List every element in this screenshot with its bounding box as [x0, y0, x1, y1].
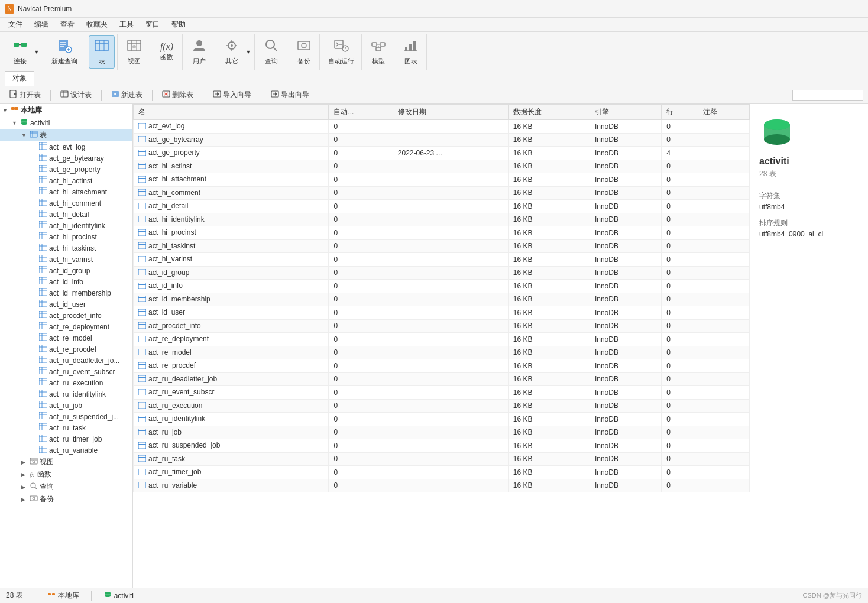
table-row[interactable]: act_evt_log 0 16 KB InnoDB 0	[134, 120, 750, 134]
import-button[interactable]: 导入向导	[208, 89, 256, 101]
autorun-button[interactable]: 自动运行	[323, 35, 359, 69]
tree-node-tables[interactable]: ▼ 表	[0, 129, 132, 141]
open-table-button[interactable]: 打开表	[5, 89, 46, 101]
connect-button[interactable]: 连接	[7, 35, 33, 69]
tree-node-act_id_membership[interactable]: act_id_membership	[0, 287, 132, 299]
tree-node-activiti[interactable]: ▼ activiti	[0, 116, 132, 129]
tree-node-act_ge_bytearray[interactable]: act_ge_bytearray	[0, 153, 132, 164]
tree-node-act_evt_log[interactable]: act_evt_log	[0, 141, 132, 153]
tree-node-act_id_group[interactable]: act_id_group	[0, 265, 132, 276]
chart-button[interactable]: 图表	[398, 35, 424, 69]
table-row[interactable]: act_hi_actinst 0 16 KB InnoDB 0	[134, 160, 750, 173]
tree-toggle-views[interactable]: ▶	[21, 459, 30, 465]
table-row[interactable]: act_re_model 0 16 KB InnoDB 0	[134, 346, 750, 359]
table-row[interactable]: act_id_membership 0 16 KB InnoDB 0	[134, 293, 750, 306]
tree-node-act_ru_event_subscr[interactable]: act_ru_event_subscr	[0, 366, 132, 377]
menu-tools[interactable]: 工具	[114, 18, 140, 31]
other-button[interactable]: 其它	[219, 35, 245, 69]
table-button[interactable]: 表	[89, 35, 115, 69]
col-rows[interactable]: 行	[662, 105, 698, 120]
menu-file[interactable]: 文件	[2, 18, 28, 31]
table-row[interactable]: act_ru_timer_job 0 16 KB InnoDB 0	[134, 466, 750, 479]
tree-node-act_ru_execution[interactable]: act_ru_execution	[0, 377, 132, 388]
tree-toggle-queries[interactable]: ▶	[21, 484, 30, 490]
view-button[interactable]: 视图	[121, 35, 147, 69]
tree-toggle-backup[interactable]: ▶	[21, 497, 30, 502]
new-query-button[interactable]: 新建查询	[47, 35, 82, 69]
menu-help[interactable]: 帮助	[166, 18, 192, 31]
menu-window[interactable]: 窗口	[140, 18, 166, 31]
table-row[interactable]: act_id_info 0 16 KB InnoDB 0	[134, 280, 750, 293]
tree-node-act_id_info[interactable]: act_id_info	[0, 276, 132, 287]
export-button[interactable]: 导出向导	[266, 89, 314, 101]
model-button[interactable]: 模型	[365, 35, 391, 69]
new-table-button[interactable]: 新建表	[106, 89, 147, 101]
tree-toggle-activiti[interactable]: ▼	[12, 120, 20, 126]
tree-toggle-functions[interactable]: ▶	[21, 472, 30, 478]
tree-node-functions[interactable]: ▶ fx 函数	[0, 468, 132, 481]
tree-node-act_hi_varinst[interactable]: act_hi_varinst	[0, 254, 132, 265]
table-row[interactable]: act_re_deployment 0 16 KB InnoDB 0	[134, 333, 750, 346]
tree-node-act_id_user[interactable]: act_id_user	[0, 299, 132, 310]
tree-node-act_hi_comment[interactable]: act_hi_comment	[0, 197, 132, 209]
tree-node-act_ru_suspended_job[interactable]: act_ru_suspended_j...	[0, 411, 132, 422]
table-row[interactable]: act_ru_event_subscr 0 16 KB InnoDB 0	[134, 386, 750, 400]
design-table-button[interactable]: 设计表	[56, 89, 96, 101]
other-arrow[interactable]: ▼	[245, 35, 252, 69]
delete-table-button[interactable]: 删除表	[157, 89, 198, 101]
table-row[interactable]: act_re_procdef 0 16 KB InnoDB 0	[134, 359, 750, 373]
function-button[interactable]: f(x) 函数	[154, 35, 180, 69]
table-row[interactable]: act_ru_deadletter_job 0 16 KB InnoDB 0	[134, 372, 750, 386]
tree-node-localhost[interactable]: ▼ 本地库	[0, 104, 132, 116]
tree-node-backup[interactable]: ▶ 备份	[0, 493, 132, 505]
col-auto[interactable]: 自动...	[329, 105, 393, 120]
table-row[interactable]: act_ru_task 0 16 KB InnoDB 0	[134, 452, 750, 466]
table-row[interactable]: act_ge_bytearray 0 16 KB InnoDB 0	[134, 133, 750, 147]
backup-button[interactable]: 备份	[291, 35, 317, 69]
table-row[interactable]: act_ru_execution 0 16 KB InnoDB 0	[134, 399, 750, 413]
table-row[interactable]: act_procdef_info 0 16 KB InnoDB 0	[134, 319, 750, 333]
table-row[interactable]: act_hi_comment 0 16 KB InnoDB 0	[134, 186, 750, 200]
table-row[interactable]: act_hi_detail 0 16 KB InnoDB 0	[134, 200, 750, 213]
table-row[interactable]: act_ru_variable 0 16 KB InnoDB 0	[134, 479, 750, 492]
tree-node-act_ge_property[interactable]: act_ge_property	[0, 164, 132, 175]
tree-node-act_hi_identitylink[interactable]: act_hi_identitylink	[0, 220, 132, 231]
connect-arrow[interactable]: ▼	[33, 35, 40, 69]
user-button[interactable]: 用户	[186, 35, 212, 69]
tree-node-act_hi_attachment[interactable]: act_hi_attachment	[0, 186, 132, 197]
tree-node-act_ru_task[interactable]: act_ru_task	[0, 422, 132, 433]
tree-node-act_hi_detail[interactable]: act_hi_detail	[0, 209, 132, 220]
tree-node-act_re_model[interactable]: act_re_model	[0, 332, 132, 343]
query-button[interactable]: 查询	[258, 35, 284, 69]
col-name[interactable]: 名	[134, 105, 329, 120]
table-row[interactable]: act_id_group 0 16 KB InnoDB 0	[134, 266, 750, 280]
menu-favorites[interactable]: 收藏夹	[80, 18, 114, 31]
col-engine[interactable]: 引擎	[590, 105, 661, 120]
menu-view[interactable]: 查看	[54, 18, 80, 31]
table-row[interactable]: act_id_user 0 16 KB InnoDB 0	[134, 306, 750, 320]
table-row[interactable]: act_hi_attachment 0 16 KB InnoDB 0	[134, 173, 750, 187]
tree-node-queries[interactable]: ▶ 查询	[0, 481, 132, 493]
table-row[interactable]: act_hi_varinst 0 16 KB InnoDB 0	[134, 253, 750, 267]
menu-edit[interactable]: 编辑	[28, 18, 54, 31]
tree-node-act_ru_timer_job[interactable]: act_ru_timer_job	[0, 433, 132, 445]
tree-node-act_ru_variable[interactable]: act_ru_variable	[0, 445, 132, 456]
tree-node-act_hi_procinst[interactable]: act_hi_procinst	[0, 231, 132, 242]
tree-toggle-localhost[interactable]: ▼	[2, 108, 11, 114]
tree-node-act_procdef_info[interactable]: act_procdef_info	[0, 310, 132, 321]
col-date[interactable]: 修改日期	[393, 105, 508, 120]
tree-node-act_re_deployment[interactable]: act_re_deployment	[0, 321, 132, 332]
table-row[interactable]: act_hi_identitylink 0 16 KB InnoDB 0	[134, 213, 750, 226]
tree-node-act_re_procdef[interactable]: act_re_procdef	[0, 343, 132, 355]
table-row[interactable]: act_ru_identitylink 0 16 KB InnoDB 0	[134, 413, 750, 426]
tree-node-act_hi_actinst[interactable]: act_hi_actinst	[0, 175, 132, 186]
tree-node-act_ru_identitylink[interactable]: act_ru_identitylink	[0, 388, 132, 400]
table-row[interactable]: act_ge_property 0 2022-06-23 ... 16 KB I…	[134, 147, 750, 160]
table-row[interactable]: act_hi_taskinst 0 16 KB InnoDB 0	[134, 239, 750, 253]
search-input[interactable]	[792, 90, 863, 100]
tree-node-act_ru_deadletter_job[interactable]: act_ru_deadletter_jo...	[0, 355, 132, 366]
tab-object[interactable]: 对象	[5, 71, 34, 86]
table-row[interactable]: act_ru_suspended_job 0 16 KB InnoDB 0	[134, 439, 750, 453]
tree-toggle-tables[interactable]: ▼	[21, 132, 30, 138]
col-size[interactable]: 数据长度	[508, 105, 590, 120]
